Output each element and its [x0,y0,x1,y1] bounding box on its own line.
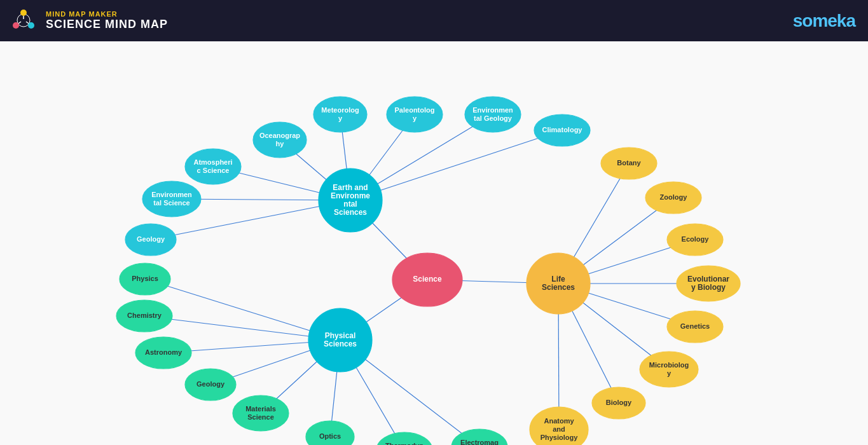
brand-logo: someka [793,11,855,31]
header-titles: MIND MAP MAKER SCIENCE MIND MAP [46,10,168,31]
header: MIND MAP MAKER SCIENCE MIND MAP someka [0,0,868,41]
header-subtitle: MIND MAP MAKER [46,10,168,18]
mindmap-lines [0,41,868,445]
brand-logo-text: someka [793,11,855,31]
svg-point-1 [20,10,27,16]
header-title: SCIENCE MIND MAP [46,18,168,31]
mindmap-canvas [0,41,868,445]
logo-area: MIND MAP MAKER SCIENCE MIND MAP [10,6,168,35]
svg-point-3 [28,22,34,29]
svg-point-2 [13,22,19,29]
logo-icon [10,6,38,35]
